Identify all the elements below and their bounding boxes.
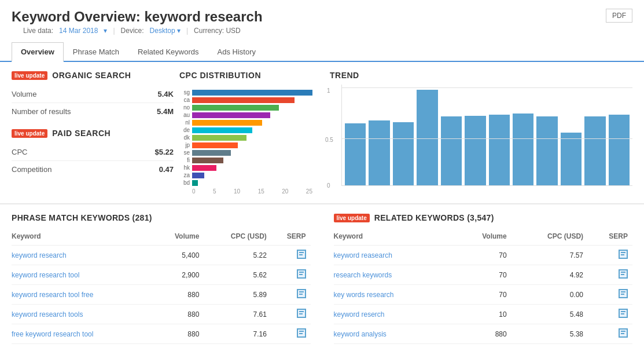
tab-related-keywords[interactable]: Related Keywords xyxy=(128,42,208,62)
trend-bar xyxy=(417,90,437,185)
keyword-cell: keyword analysis xyxy=(334,324,457,344)
cpc-bar-row: jp xyxy=(179,142,312,148)
device-label: Device: xyxy=(121,27,144,35)
cpc-cell: 7.16 xyxy=(204,324,271,344)
volume-cell: 880 xyxy=(155,305,204,324)
tab-overview[interactable]: Overview xyxy=(12,42,64,62)
cpc-cell: 5.62 xyxy=(204,265,271,285)
serp-icon[interactable] xyxy=(619,250,628,259)
cpc-bar xyxy=(192,105,279,111)
cpc-bar-wrap xyxy=(192,135,312,141)
serp-icon[interactable] xyxy=(619,328,628,338)
trend-chart: 1 0.5 0 xyxy=(330,85,632,192)
cpc-value: $5.22 xyxy=(154,148,174,156)
tab-phrase-match[interactable]: Phrase Match xyxy=(64,42,128,62)
table-row: free keyword research tool 880 7.16 xyxy=(12,324,311,344)
date-dropdown-icon[interactable]: ▾ xyxy=(104,27,107,35)
serp-icon[interactable] xyxy=(297,309,306,318)
cpc-bar-wrap xyxy=(192,120,312,126)
serp-icon[interactable] xyxy=(297,269,306,279)
paid-header: live update PAID SEARCH xyxy=(12,129,174,138)
related-keywords-title: RELATED KEYWORDS (3,547) xyxy=(374,213,494,222)
keyword-link[interactable]: keyword research tools xyxy=(12,310,83,319)
cpc-bar-wrap xyxy=(192,158,312,163)
cpc-bar-label: fi xyxy=(179,157,190,163)
trend-bar xyxy=(441,116,462,185)
related-title-wrap: live update RELATED KEYWORDS (3,547) xyxy=(334,213,633,222)
keyword-link[interactable]: research keywords xyxy=(334,271,392,279)
volume-row: Volume 5.4K xyxy=(12,86,174,103)
serp-icon[interactable] xyxy=(297,289,306,298)
keyword-cell: research keywords xyxy=(334,265,457,285)
serp-icon[interactable] xyxy=(297,250,306,259)
keyword-link[interactable]: keyword research tool xyxy=(12,271,79,279)
cpc-bar xyxy=(192,112,270,118)
competition-label: Competition xyxy=(12,165,51,174)
paid-stats: CPC $5.22 Competition 0.47 xyxy=(12,144,174,178)
col-volume-related: Volume xyxy=(456,229,511,246)
cpc-bar xyxy=(192,173,204,178)
cpc-cell: 5.38 xyxy=(511,324,588,344)
trend-title: TREND xyxy=(330,71,632,80)
table-row: keyword analysis 880 5.38 xyxy=(334,324,633,344)
device-dropdown[interactable]: Desktop ▾ xyxy=(150,27,181,35)
related-keywords-header-row: Keyword Volume CPC (USD) SERP xyxy=(334,229,633,246)
volume-cell: 880 xyxy=(155,324,204,344)
cpc-row: CPC $5.22 xyxy=(12,144,174,161)
cpc-bar-row: ca xyxy=(179,97,312,103)
table-row: keyword research tool free 880 5.89 xyxy=(12,285,311,305)
tab-ads-history[interactable]: Ads History xyxy=(208,42,265,62)
keyword-cell: keyword research tools xyxy=(12,305,155,324)
serp-icon[interactable] xyxy=(619,289,628,298)
cpc-chart: sg ca no au nl de xyxy=(179,89,312,186)
cpc-bar-label: no xyxy=(179,104,190,111)
cpc-cell: 5.22 xyxy=(204,246,271,265)
currency-label: Currency: USD xyxy=(194,27,241,35)
trend-bar xyxy=(465,116,485,185)
trend-gridline-1 xyxy=(341,87,632,88)
cpc-bar xyxy=(192,135,246,141)
keyword-link[interactable]: keyword reserch xyxy=(334,310,385,319)
serp-cell xyxy=(271,305,311,324)
cpc-bar-row: se xyxy=(179,149,312,156)
serp-icon[interactable] xyxy=(619,309,628,318)
cpc-title: CPC DISTRIBUTION xyxy=(179,71,261,80)
table-row: keyword research 5,400 5.22 xyxy=(12,246,311,265)
cpc-bar-wrap xyxy=(192,150,312,156)
cpc-bar-row: dk xyxy=(179,134,312,141)
serp-cell xyxy=(271,246,311,265)
cpc-bar-row: bd xyxy=(179,180,312,186)
col-cpc: CPC (USD) xyxy=(204,229,271,246)
paid-title: PAID SEARCH xyxy=(52,129,111,138)
trend-bar xyxy=(489,115,510,185)
organic-title: ORGANIC SEARCH xyxy=(52,71,131,80)
keyword-link[interactable]: keyword research tool free xyxy=(12,291,93,299)
keyword-link[interactable]: keyword research xyxy=(12,251,67,259)
date-link[interactable]: 14 Mar 2018 xyxy=(59,27,98,35)
keyword-link[interactable]: key words research xyxy=(334,291,394,299)
keyword-link[interactable]: keyword analysis xyxy=(334,330,387,338)
keyword-link[interactable]: keyword reasearch xyxy=(334,251,392,259)
serp-icon[interactable] xyxy=(619,269,628,279)
serp-cell xyxy=(588,246,632,265)
main-content: live update ORGANIC SEARCH Volume 5.4K N… xyxy=(0,62,644,204)
cpc-bar-wrap xyxy=(192,173,312,178)
keyword-cell: keyword reasearch xyxy=(334,246,457,265)
serp-cell xyxy=(271,265,311,285)
serp-icon[interactable] xyxy=(297,328,306,338)
cpc-cell: 5.48 xyxy=(511,305,588,324)
trend-bar xyxy=(369,120,389,185)
trend-bar xyxy=(513,114,533,185)
results-value: 5.4M xyxy=(157,107,174,116)
pdf-button[interactable]: PDF xyxy=(606,9,632,23)
keyword-link[interactable]: free keyword research tool xyxy=(12,330,93,338)
paid-live-badge: live update xyxy=(12,129,47,138)
col-volume: Volume xyxy=(155,229,204,246)
cpc-bar xyxy=(192,180,198,186)
volume-label: Volume xyxy=(12,90,36,98)
col-keyword-related: Keyword xyxy=(334,229,457,246)
cpc-bar-wrap xyxy=(192,127,312,133)
y-label-0: 0 xyxy=(327,182,330,189)
phrase-match-title: PHRASE MATCH KEYWORDS (281) xyxy=(12,213,311,222)
serp-cell xyxy=(588,265,632,285)
